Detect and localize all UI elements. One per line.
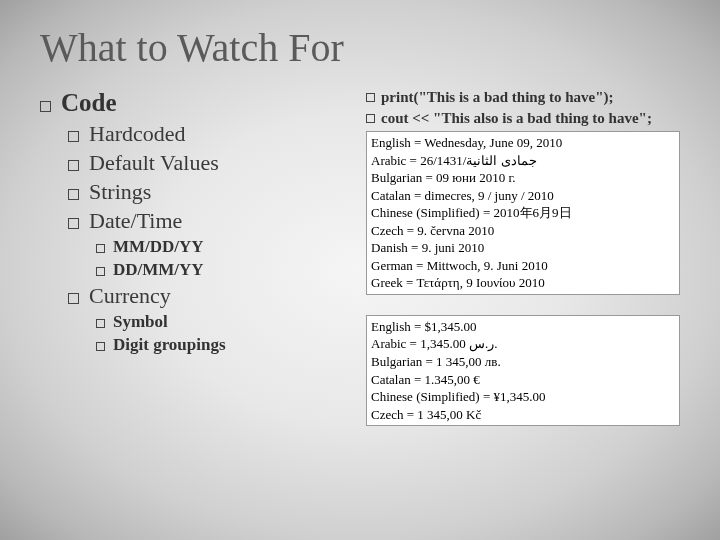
bullet-symbol: Symbol <box>96 312 360 332</box>
bullet-label: Default Values <box>89 150 219 175</box>
bullet-ddmmyy: DD/MM/YY <box>96 260 360 280</box>
left-column: Code Hardcoded Default Values Strings Da… <box>40 89 360 426</box>
bullet-digit-groupings: Digit groupings <box>96 335 360 355</box>
date-locale-example-block: English = Wednesday, June 09, 2010 Arabi… <box>366 131 680 295</box>
square-bullet-icon <box>96 319 105 328</box>
bullet-default-values: Default Values <box>68 150 360 176</box>
square-bullet-icon <box>96 342 105 351</box>
bullet-label: DD/MM/YY <box>113 260 204 279</box>
locale-line: Czech = 1 345,00 Kč <box>371 406 675 424</box>
locale-line: Bulgarian = 1 345,00 лв. <box>371 353 675 371</box>
locale-line: Catalan = 1.345,00 € <box>371 371 675 389</box>
bullet-label: MM/DD/YY <box>113 237 204 256</box>
currency-locale-example-block: English = $1,345.00 Arabic = 1,345.00 ر.… <box>366 315 680 426</box>
slide-title: What to Watch For <box>40 24 680 71</box>
bullet-mmddyy: MM/DD/YY <box>96 237 360 257</box>
bullet-label: Digit groupings <box>113 335 226 354</box>
square-bullet-icon <box>96 267 105 276</box>
bullet-label: Symbol <box>113 312 168 331</box>
bullet-code: Code <box>40 89 360 117</box>
code-text: print("This is a bad thing to have"); <box>381 89 614 105</box>
bullet-label: Strings <box>89 179 151 204</box>
bullet-print-example: print("This is a bad thing to have"); <box>366 89 680 106</box>
bullet-currency: Currency <box>68 283 360 309</box>
locale-line: English = Wednesday, June 09, 2010 <box>371 134 675 152</box>
bullet-label: Code <box>61 89 117 116</box>
square-bullet-icon <box>68 218 79 229</box>
locale-line: Arabic = 26/1431/جمادى الثانية <box>371 152 675 170</box>
square-bullet-icon <box>68 160 79 171</box>
square-bullet-icon <box>366 114 375 123</box>
locale-line: Catalan = dimecres, 9 / juny / 2010 <box>371 187 675 205</box>
locale-line: Arabic = 1,345.00 ر.س. <box>371 335 675 353</box>
bullet-strings: Strings <box>68 179 360 205</box>
bullet-hardcoded: Hardcoded <box>68 121 360 147</box>
square-bullet-icon <box>40 101 51 112</box>
square-bullet-icon <box>68 293 79 304</box>
locale-line: Bulgarian = 09 юни 2010 г. <box>371 169 675 187</box>
locale-line: German = Mittwoch, 9. Juni 2010 <box>371 257 675 275</box>
square-bullet-icon <box>68 131 79 142</box>
locale-line: English = $1,345.00 <box>371 318 675 336</box>
right-column: print("This is a bad thing to have"); co… <box>360 89 680 426</box>
bullet-cout-example: cout << "This also is a bad thing to hav… <box>366 110 680 127</box>
code-text: cout << "This also is a bad thing to hav… <box>381 110 652 126</box>
bullet-label: Hardcoded <box>89 121 186 146</box>
locale-line: Chinese (Simplified) = 2010年6月9日 <box>371 204 675 222</box>
locale-line: Greek = Τετάρτη, 9 Ιουνίου 2010 <box>371 274 675 292</box>
locale-line: Chinese (Simplified) = ¥1,345.00 <box>371 388 675 406</box>
square-bullet-icon <box>96 244 105 253</box>
locale-line: Czech = 9. června 2010 <box>371 222 675 240</box>
locale-line: Danish = 9. juni 2010 <box>371 239 675 257</box>
bullet-label: Date/Time <box>89 208 182 233</box>
square-bullet-icon <box>68 189 79 200</box>
bullet-label: Currency <box>89 283 171 308</box>
square-bullet-icon <box>366 93 375 102</box>
bullet-date-time: Date/Time <box>68 208 360 234</box>
